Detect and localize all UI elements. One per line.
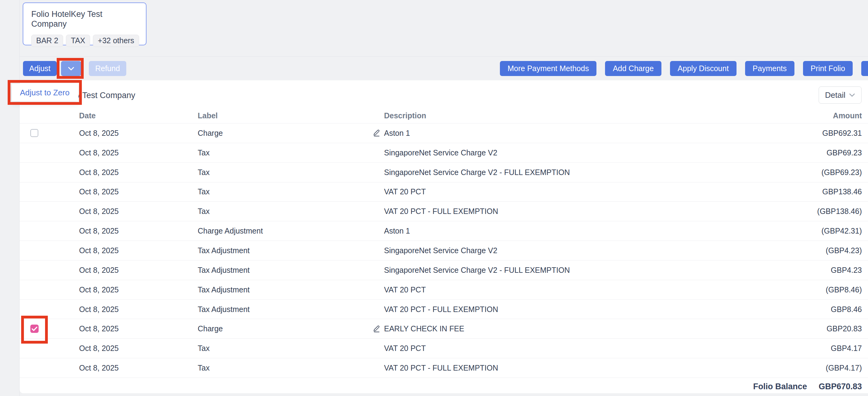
table-row: Oct 8, 2025ChargeEARLY CHECK IN FEEGBP20… — [20, 319, 868, 339]
cell-description: VAT 20 PCT — [384, 187, 758, 196]
cell-date: Oct 8, 2025 — [79, 324, 198, 333]
edit-pencil-icon[interactable] — [373, 128, 381, 138]
transactions-table: Date Label Description Amount Oct 8, 202… — [20, 108, 868, 395]
description-text: Aston 1 — [384, 226, 410, 235]
adjust-button[interactable]: Adjust — [23, 61, 57, 76]
folio-card-title: Folio HotelKey Test Company — [31, 9, 138, 29]
table-row: Oct 8, 2025TaxVAT 20 PCTGBP138.46 — [20, 182, 868, 202]
description-text: VAT 20 PCT - FULL EXEMPTION — [384, 364, 498, 372]
cell-date: Oct 8, 2025 — [79, 364, 198, 372]
cell-label: Tax — [198, 168, 384, 177]
refund-button[interactable]: Refund — [89, 61, 126, 76]
cell-amount: GBP4.17 — [758, 344, 868, 353]
cell-date: Oct 8, 2025 — [79, 285, 198, 294]
description-text: VAT 20 PCT — [384, 344, 426, 353]
cell-description: VAT 20 PCT — [384, 285, 758, 294]
table-row: Oct 8, 2025TaxVAT 20 PCTGBP4.17 — [20, 339, 868, 358]
table-row: Oct 8, 2025TaxVAT 20 PCT - FULL EXEMPTIO… — [20, 202, 868, 221]
cell-label: Tax — [198, 207, 384, 216]
cell-description: SingaporeNet Service Charge V2 - FULL EX… — [384, 266, 758, 275]
checkbox-cell — [20, 325, 79, 333]
cell-description: VAT 20 PCT - FULL EXEMPTION — [384, 305, 758, 314]
cell-amount: GBP20.83 — [758, 324, 868, 333]
description-text: VAT 20 PCT - FULL EXEMPTION — [384, 207, 498, 216]
adjust-dropdown-toggle[interactable] — [61, 61, 81, 76]
table-row: Oct 8, 2025TaxSingaporeNet Service Charg… — [20, 163, 868, 182]
cell-date: Oct 8, 2025 — [79, 246, 198, 255]
cell-description: SingaporeNet Service Charge V2 - FULL EX… — [384, 168, 758, 177]
cell-label: Tax Adjustment — [198, 285, 384, 294]
description-text: SingaporeNet Service Charge V2 — [384, 246, 497, 255]
chip-tax: TAX — [66, 35, 90, 47]
cell-amount: GBP4.23 — [758, 266, 868, 275]
table-header-row: Date Label Description Amount — [20, 108, 868, 124]
rate-chip-row: BAR 2TAX+32 others — [31, 35, 138, 47]
add-charge-button[interactable]: Add Charge — [605, 61, 661, 76]
cell-label: Tax Adjustment — [198, 266, 384, 275]
cell-date: Oct 8, 2025 — [79, 148, 198, 157]
detail-dropdown-label: Detail — [825, 90, 845, 100]
cell-description: Aston 1 — [384, 226, 758, 235]
table-row: Oct 8, 2025TaxSingaporeNet Service Charg… — [20, 143, 868, 163]
cell-description: Aston 1 — [384, 129, 758, 138]
cell-date: Oct 8, 2025 — [79, 344, 198, 353]
cell-label: Tax — [198, 344, 384, 353]
cell-amount: GBP692.31 — [758, 129, 868, 138]
description-text: VAT 20 PCT — [384, 187, 426, 196]
folio-summary-card: Folio HotelKey Test Company BAR 2TAX+32 … — [23, 2, 147, 45]
cell-amount: (GBP4.23) — [758, 246, 868, 255]
cell-amount: (GBP138.46) — [758, 207, 868, 216]
adjust-dropdown-menu: Adjust to Zero — [12, 84, 79, 101]
cell-description: VAT 20 PCT - FULL EXEMPTION — [384, 364, 758, 372]
cell-date: Oct 8, 2025 — [79, 129, 198, 138]
table-row: Oct 8, 2025Tax AdjustmentVAT 20 PCT(GBP8… — [20, 280, 868, 300]
more-payment-methods-button[interactable]: More Payment Methods — [500, 61, 596, 76]
cell-amount: (GBP69.23) — [758, 168, 868, 177]
payments-button[interactable]: Payments — [745, 61, 795, 76]
folio-balance-row: Folio Balance GBP670.83 — [20, 378, 868, 395]
checkbox-cell — [20, 129, 79, 137]
column-header-amount: Amount — [758, 111, 868, 120]
cell-label: Charge Adjustment — [198, 226, 384, 235]
cell-date: Oct 8, 2025 — [79, 266, 198, 275]
cell-description: SingaporeNet Service Charge V2 — [384, 148, 758, 157]
description-text: VAT 20 PCT — [384, 285, 426, 294]
cell-amount: (GBP8.46) — [758, 285, 868, 294]
cell-label: Tax — [198, 187, 384, 196]
cell-label: Tax — [198, 364, 384, 372]
cell-description: VAT 20 PCT — [384, 344, 758, 353]
description-text: SingaporeNet Service Charge V2 — [384, 148, 497, 157]
cell-label: Tax Adjustment — [198, 246, 384, 255]
column-header-label: Label — [198, 111, 384, 120]
table-row: Oct 8, 2025Tax AdjustmentSingaporeNet Se… — [20, 261, 868, 280]
print-button[interactable]: Print — [861, 61, 868, 76]
cell-label: Charge — [198, 129, 384, 138]
detail-dropdown-button[interactable]: Detail — [819, 86, 862, 103]
menu-item-adjust-to-zero[interactable]: Adjust to Zero — [20, 88, 69, 97]
cell-label: Tax Adjustment — [198, 305, 384, 314]
cell-amount: GBP69.23 — [758, 148, 868, 157]
edit-pencil-icon[interactable] — [373, 324, 381, 334]
cell-amount: (GBP42.31) — [758, 226, 868, 235]
folio-detail-panel: Folio HotelKey Test Company Detail Date … — [20, 80, 868, 393]
cell-description: EARLY CHECK IN FEE — [384, 324, 758, 333]
description-text: Aston 1 — [384, 129, 410, 138]
cell-date: Oct 8, 2025 — [79, 226, 198, 235]
table-body: Oct 8, 2025ChargeAston 1GBP692.31Oct 8, … — [20, 124, 868, 378]
table-row: Oct 8, 2025Tax AdjustmentVAT 20 PCT - FU… — [20, 300, 868, 319]
cell-date: Oct 8, 2025 — [79, 168, 198, 177]
folio-balance-amount: GBP670.83 — [819, 382, 862, 391]
cell-amount: GBP8.46 — [758, 305, 868, 314]
cell-date: Oct 8, 2025 — [79, 207, 198, 216]
row-checkbox[interactable] — [30, 129, 38, 137]
apply-discount-button[interactable]: Apply Discount — [670, 61, 737, 76]
row-checkbox[interactable] — [30, 325, 39, 333]
print-folio-button[interactable]: Print Folio — [803, 61, 853, 76]
chip-32-others[interactable]: +32 others — [93, 35, 139, 47]
description-text: SingaporeNet Service Charge V2 - FULL EX… — [384, 168, 570, 177]
chevron-down-icon — [68, 66, 74, 71]
cell-date: Oct 8, 2025 — [79, 305, 198, 314]
cell-label: Charge — [198, 324, 384, 333]
description-text: SingaporeNet Service Charge V2 - FULL EX… — [384, 266, 570, 275]
cell-label: Tax — [198, 148, 384, 157]
